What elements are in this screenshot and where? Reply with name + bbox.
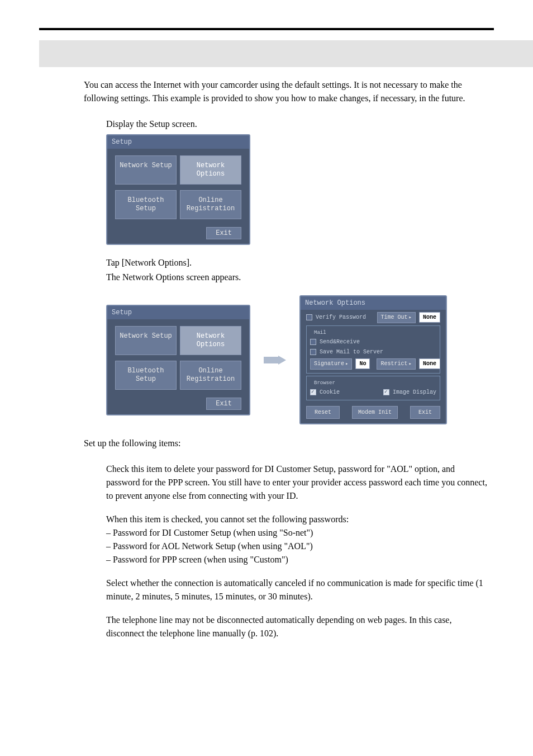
window-title: Network Options bbox=[301, 296, 446, 310]
disconnect-note: The telephone line may not be disconnect… bbox=[106, 613, 488, 640]
verify-password-desc: Check this item to delete your password … bbox=[106, 462, 488, 503]
verify-note-block: When this item is checked, you cannot se… bbox=[106, 513, 488, 566]
setup-screenshot-1: Setup Network Setup Network Options Blue… bbox=[106, 134, 488, 245]
set-following: Set up the following items: bbox=[84, 437, 488, 450]
save-mail-checkbox[interactable] bbox=[310, 349, 316, 355]
bullet-1: – Password for DI Customer Setup (when u… bbox=[106, 526, 488, 540]
network-setup-button[interactable]: Network Setup bbox=[115, 326, 177, 355]
network-options-screenshot: Network Options Verify Password Time Out… bbox=[299, 295, 447, 424]
window-title: Setup bbox=[107, 135, 249, 149]
bluetooth-setup-button[interactable]: Bluetooth Setup bbox=[115, 190, 177, 219]
reset-button[interactable]: Reset bbox=[306, 406, 340, 419]
network-setup-button[interactable]: Network Setup bbox=[115, 155, 177, 185]
section-heading-band bbox=[39, 40, 494, 67]
window-title: Setup bbox=[107, 306, 249, 319]
verify-note: When this item is checked, you cannot se… bbox=[106, 513, 488, 526]
signature-value: No bbox=[355, 358, 370, 369]
screenshot-transition-row: Setup Network Setup Network Options Blue… bbox=[106, 295, 494, 424]
restrict-value: None bbox=[419, 358, 440, 369]
send-receive-checkbox[interactable] bbox=[310, 339, 316, 345]
exit-button[interactable]: Exit bbox=[206, 398, 241, 410]
verify-password-label: Verify Password bbox=[316, 313, 366, 322]
time-out-desc: Select whether the connection is automat… bbox=[106, 577, 488, 603]
top-rule bbox=[39, 28, 494, 30]
exit-button[interactable]: Exit bbox=[410, 406, 440, 419]
network-options-button[interactable]: Network Options bbox=[180, 155, 241, 185]
time-out-value: None bbox=[419, 312, 440, 323]
browser-legend: Browser bbox=[312, 380, 337, 388]
mail-group: Mail Send&Receive Save Mail to Server Si… bbox=[306, 325, 440, 374]
step-2-line1: Tap [Network Options]. bbox=[106, 256, 488, 270]
image-display-label: Image Display bbox=[393, 388, 436, 396]
online-registration-button[interactable]: Online Registration bbox=[180, 361, 241, 390]
modem-init-button[interactable]: Modem Init bbox=[352, 406, 398, 419]
arrow-right-icon bbox=[264, 356, 286, 365]
verify-password-checkbox[interactable] bbox=[306, 314, 312, 320]
exit-button[interactable]: Exit bbox=[206, 227, 241, 239]
bullet-3: – Password for PPP screen (when using "C… bbox=[106, 553, 488, 566]
send-receive-label: Send&Receive bbox=[320, 338, 360, 346]
restrict-button[interactable]: Restrict bbox=[377, 358, 415, 370]
time-out-button[interactable]: Time Out bbox=[377, 312, 416, 323]
mail-legend: Mail bbox=[312, 329, 328, 337]
step-1: Display the Setup screen. bbox=[106, 117, 488, 131]
signature-button[interactable]: Signature bbox=[310, 358, 352, 370]
cookie-label: Cookie bbox=[320, 388, 340, 396]
image-display-checkbox[interactable] bbox=[383, 389, 389, 395]
setup-screenshot-2: Setup Network Setup Network Options Blue… bbox=[106, 305, 250, 415]
bullet-2: – Password for AOL Network Setup (when u… bbox=[106, 540, 488, 553]
save-mail-label: Save Mail to Server bbox=[320, 348, 383, 356]
browser-group: Browser Cookie Image Display bbox=[306, 376, 440, 401]
bluetooth-setup-button[interactable]: Bluetooth Setup bbox=[115, 361, 177, 390]
step-2-line2: The Network Options screen appears. bbox=[106, 271, 488, 284]
cookie-checkbox[interactable] bbox=[310, 389, 316, 395]
online-registration-button[interactable]: Online Registration bbox=[180, 190, 241, 219]
intro-text: You can access the Internet with your ca… bbox=[84, 78, 488, 105]
network-options-button[interactable]: Network Options bbox=[180, 326, 241, 355]
